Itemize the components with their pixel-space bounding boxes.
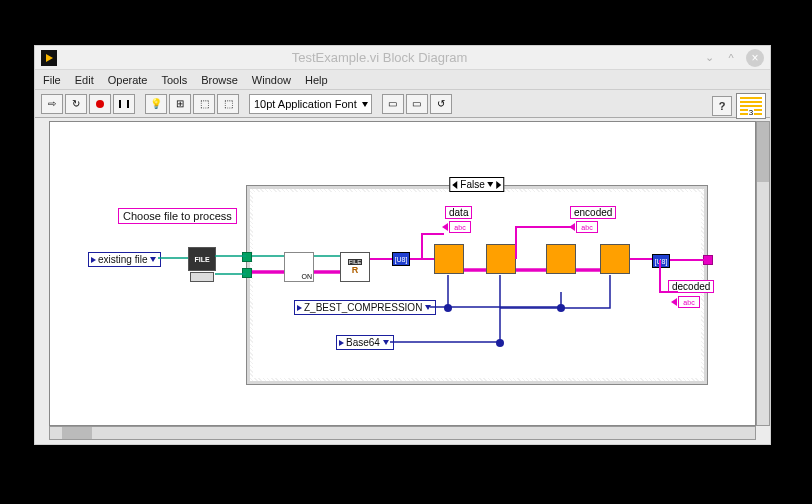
node-compress[interactable] xyxy=(434,244,464,274)
abort-button[interactable] xyxy=(89,94,111,114)
highlight-button[interactable]: 💡 xyxy=(145,94,167,114)
menu-tools[interactable]: Tools xyxy=(161,74,187,86)
menu-browse[interactable]: Browse xyxy=(201,74,238,86)
titlebar[interactable]: TestExample.vi Block Diagram ⌄ ^ × xyxy=(35,46,770,70)
case-structure[interactable]: False xyxy=(246,185,708,385)
node-decompress[interactable] xyxy=(600,244,630,274)
align-button[interactable]: ▭ xyxy=(382,94,404,114)
step-into-button[interactable]: ⬚ xyxy=(193,94,215,114)
menu-operate[interactable]: Operate xyxy=(108,74,148,86)
label-decoded[interactable]: decoded xyxy=(668,280,714,293)
vi-icon[interactable]: 3 xyxy=(736,93,766,119)
node-to-str[interactable]: [U8] xyxy=(652,254,670,268)
scrollbar-v-thumb[interactable] xyxy=(757,122,769,182)
menu-edit[interactable]: Edit xyxy=(75,74,94,86)
case-next-icon[interactable] xyxy=(497,181,502,189)
case-selector[interactable]: False xyxy=(449,177,504,192)
pause-button[interactable] xyxy=(113,94,135,114)
pin-compression xyxy=(444,304,452,312)
run-continuous-button[interactable]: ↻ xyxy=(65,94,87,114)
distribute-button[interactable]: ▭ xyxy=(406,94,428,114)
const-existing-file[interactable]: existing file xyxy=(88,252,161,267)
label-data[interactable]: data xyxy=(445,206,472,219)
scrollbar-horizontal[interactable] xyxy=(49,426,756,440)
tunnel-path-in[interactable] xyxy=(242,252,252,262)
indicator-encoded[interactable]: abc xyxy=(576,221,598,233)
node-read-file[interactable] xyxy=(340,252,370,282)
block-diagram-canvas[interactable]: Choose file to process existing file Fal… xyxy=(49,121,756,426)
label-choose-file[interactable]: Choose file to process xyxy=(118,208,237,224)
node-encode[interactable] xyxy=(486,244,516,274)
font-selector[interactable]: 10pt Application Font xyxy=(249,94,372,114)
scrollbar-h-thumb[interactable] xyxy=(62,427,92,439)
indicator-decoded[interactable]: abc xyxy=(678,296,700,308)
menubar: File Edit Operate Tools Browse Window He… xyxy=(35,70,770,90)
node-open-file[interactable]: ON xyxy=(284,252,314,282)
menu-window[interactable]: Window xyxy=(252,74,291,86)
run-button[interactable]: ⇨ xyxy=(41,94,63,114)
pin-base64-enc xyxy=(496,339,504,347)
tunnel-err-in[interactable] xyxy=(242,268,252,278)
minimize-icon[interactable]: ⌄ xyxy=(702,51,716,65)
node-to-u8[interactable]: [U8] xyxy=(392,252,410,266)
const-base64[interactable]: Base64 xyxy=(336,335,394,350)
case-dropdown-icon[interactable] xyxy=(488,182,494,187)
scrollbar-vertical[interactable] xyxy=(756,121,770,426)
maximize-icon[interactable]: ^ xyxy=(724,51,738,65)
case-prev-icon[interactable] xyxy=(452,181,457,189)
menu-file[interactable]: File xyxy=(43,74,61,86)
step-over-button[interactable]: ⬚ xyxy=(217,94,239,114)
menu-help[interactable]: Help xyxy=(305,74,328,86)
app-icon xyxy=(41,50,57,66)
reorder-button[interactable]: ↺ xyxy=(430,94,452,114)
close-icon[interactable]: × xyxy=(746,49,764,67)
node-file-dialog-err xyxy=(190,272,214,282)
app-window: TestExample.vi Block Diagram ⌄ ^ × File … xyxy=(34,45,771,445)
const-compression[interactable]: Z_BEST_COMPRESSION xyxy=(294,300,436,315)
window-title: TestExample.vi Block Diagram xyxy=(57,50,702,65)
case-frame xyxy=(253,192,701,378)
indicator-data[interactable]: abc xyxy=(449,221,471,233)
pin-base64-dec xyxy=(557,304,565,312)
node-decode[interactable] xyxy=(546,244,576,274)
label-encoded[interactable]: encoded xyxy=(570,206,616,219)
node-file-dialog[interactable] xyxy=(188,247,216,271)
tunnel-str-out[interactable] xyxy=(703,255,713,265)
context-help-button[interactable]: ? xyxy=(712,96,732,116)
retain-wires-button[interactable]: ⊞ xyxy=(169,94,191,114)
toolbar: ⇨ ↻ 💡 ⊞ ⬚ ⬚ 10pt Application Font ▭ ▭ ↺ … xyxy=(35,90,770,118)
case-selector-value: False xyxy=(460,179,484,190)
